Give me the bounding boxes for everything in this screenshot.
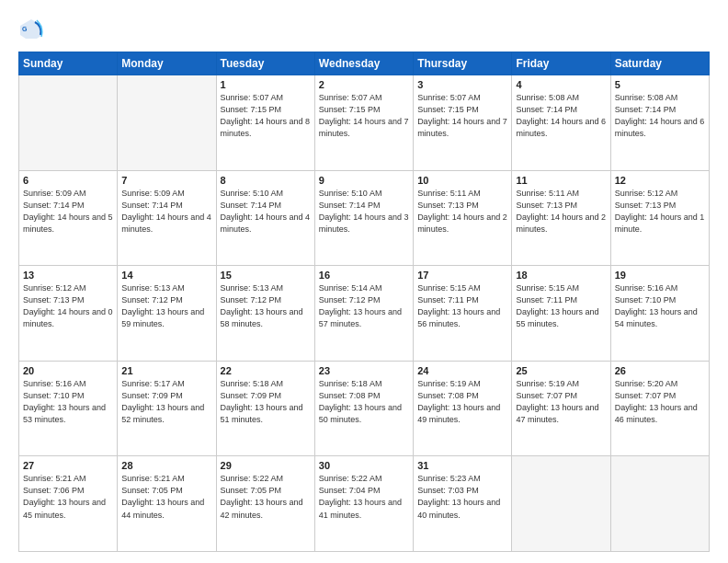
logo-icon: G [18,17,44,42]
calendar-cell: 4Sunrise: 5:08 AMSunset: 7:14 PMDaylight… [512,75,610,171]
day-number: 10 [417,175,507,186]
calendar-cell: 14Sunrise: 5:13 AMSunset: 7:12 PMDayligh… [118,266,216,362]
day-number: 3 [417,79,507,90]
day-number: 17 [417,270,507,281]
weekday-header: Wednesday [314,52,413,75]
day-info: Sunrise: 5:18 AMSunset: 7:09 PMDaylight:… [221,378,311,426]
day-number: 16 [319,270,409,281]
day-info: Sunrise: 5:11 AMSunset: 7:13 PMDaylight:… [417,188,507,236]
day-number: 20 [23,365,113,376]
calendar-cell: 25Sunrise: 5:19 AMSunset: 7:07 PMDayligh… [512,361,610,456]
weekday-header: Friday [512,52,610,75]
day-info: Sunrise: 5:09 AMSunset: 7:14 PMDaylight:… [121,188,211,236]
day-info: Sunrise: 5:15 AMSunset: 7:11 PMDaylight:… [417,282,507,330]
day-info: Sunrise: 5:12 AMSunset: 7:13 PMDaylight:… [615,188,705,236]
calendar-cell: 8Sunrise: 5:10 AMSunset: 7:14 PMDaylight… [216,170,314,266]
day-info: Sunrise: 5:16 AMSunset: 7:10 PMDaylight:… [615,282,705,330]
day-number: 2 [319,79,409,90]
day-info: Sunrise: 5:23 AMSunset: 7:03 PMDaylight:… [417,473,507,521]
weekday-header: Saturday [610,52,709,75]
calendar-cell: 18Sunrise: 5:15 AMSunset: 7:11 PMDayligh… [512,266,610,362]
day-info: Sunrise: 5:08 AMSunset: 7:14 PMDaylight:… [516,92,606,140]
day-info: Sunrise: 5:22 AMSunset: 7:05 PMDaylight:… [221,473,311,521]
calendar-cell: 21Sunrise: 5:17 AMSunset: 7:09 PMDayligh… [118,361,216,456]
day-number: 5 [615,79,705,90]
day-number: 7 [121,175,211,186]
calendar-cell: 11Sunrise: 5:11 AMSunset: 7:13 PMDayligh… [512,170,610,266]
day-info: Sunrise: 5:18 AMSunset: 7:08 PMDaylight:… [319,378,409,426]
day-info: Sunrise: 5:09 AMSunset: 7:14 PMDaylight:… [23,188,113,236]
calendar-cell: 3Sunrise: 5:07 AMSunset: 7:15 PMDaylight… [414,75,512,171]
day-info: Sunrise: 5:13 AMSunset: 7:12 PMDaylight:… [221,282,311,330]
weekday-header: Monday [118,52,216,75]
calendar-cell: 28Sunrise: 5:21 AMSunset: 7:05 PMDayligh… [118,456,216,552]
day-number: 4 [516,79,606,90]
day-info: Sunrise: 5:22 AMSunset: 7:04 PMDaylight:… [319,473,409,521]
calendar-cell: 31Sunrise: 5:23 AMSunset: 7:03 PMDayligh… [414,456,512,552]
calendar-cell: 19Sunrise: 5:16 AMSunset: 7:10 PMDayligh… [610,266,709,362]
day-info: Sunrise: 5:19 AMSunset: 7:07 PMDaylight:… [516,378,606,426]
day-info: Sunrise: 5:10 AMSunset: 7:14 PMDaylight:… [319,188,409,236]
day-number: 25 [516,365,606,376]
calendar-cell: 24Sunrise: 5:19 AMSunset: 7:08 PMDayligh… [414,361,512,456]
day-number: 31 [417,460,507,471]
weekday-header: Sunday [19,52,118,75]
calendar-cell: 13Sunrise: 5:12 AMSunset: 7:13 PMDayligh… [19,266,118,362]
day-info: Sunrise: 5:19 AMSunset: 7:08 PMDaylight:… [417,378,507,426]
day-info: Sunrise: 5:07 AMSunset: 7:15 PMDaylight:… [319,92,409,140]
day-info: Sunrise: 5:14 AMSunset: 7:12 PMDaylight:… [319,282,409,330]
day-number: 28 [121,460,211,471]
day-number: 9 [319,175,409,186]
day-info: Sunrise: 5:13 AMSunset: 7:12 PMDaylight:… [121,282,211,330]
calendar-cell: 9Sunrise: 5:10 AMSunset: 7:14 PMDaylight… [314,170,413,266]
day-number: 23 [319,365,409,376]
calendar-cell [19,75,118,171]
calendar-cell: 30Sunrise: 5:22 AMSunset: 7:04 PMDayligh… [314,456,413,552]
day-number: 24 [417,365,507,376]
day-info: Sunrise: 5:12 AMSunset: 7:13 PMDaylight:… [23,282,113,330]
day-number: 19 [615,270,705,281]
day-info: Sunrise: 5:07 AMSunset: 7:15 PMDaylight:… [417,92,507,140]
calendar-cell: 20Sunrise: 5:16 AMSunset: 7:10 PMDayligh… [19,361,118,456]
page: G SundayMondayTuesdayWednesdayThursdayFr… [0,0,728,563]
weekday-header: Tuesday [216,52,314,75]
calendar-cell: 22Sunrise: 5:18 AMSunset: 7:09 PMDayligh… [216,361,314,456]
calendar-cell: 12Sunrise: 5:12 AMSunset: 7:13 PMDayligh… [610,170,709,266]
calendar-cell [512,456,610,552]
calendar-cell: 1Sunrise: 5:07 AMSunset: 7:15 PMDaylight… [216,75,314,171]
day-info: Sunrise: 5:10 AMSunset: 7:14 PMDaylight:… [221,188,311,236]
calendar-cell: 17Sunrise: 5:15 AMSunset: 7:11 PMDayligh… [414,266,512,362]
day-number: 22 [221,365,311,376]
day-info: Sunrise: 5:16 AMSunset: 7:10 PMDaylight:… [23,378,113,426]
calendar-cell: 6Sunrise: 5:09 AMSunset: 7:14 PMDaylight… [19,170,118,266]
logo: G [18,17,48,42]
calendar-cell: 2Sunrise: 5:07 AMSunset: 7:15 PMDaylight… [314,75,413,171]
calendar-cell [118,75,216,171]
day-number: 15 [221,270,311,281]
calendar-cell: 29Sunrise: 5:22 AMSunset: 7:05 PMDayligh… [216,456,314,552]
day-number: 18 [516,270,606,281]
day-number: 29 [221,460,311,471]
day-number: 27 [23,460,113,471]
calendar-cell: 26Sunrise: 5:20 AMSunset: 7:07 PMDayligh… [610,361,709,456]
day-number: 30 [319,460,409,471]
header: G [18,17,710,42]
svg-text:G: G [22,26,28,32]
calendar-cell: 10Sunrise: 5:11 AMSunset: 7:13 PMDayligh… [414,170,512,266]
day-number: 21 [121,365,211,376]
calendar-cell: 15Sunrise: 5:13 AMSunset: 7:12 PMDayligh… [216,266,314,362]
calendar-cell: 27Sunrise: 5:21 AMSunset: 7:06 PMDayligh… [19,456,118,552]
day-info: Sunrise: 5:11 AMSunset: 7:13 PMDaylight:… [516,188,606,236]
calendar-table: SundayMondayTuesdayWednesdayThursdayFrid… [18,52,710,552]
day-number: 1 [221,79,311,90]
day-info: Sunrise: 5:07 AMSunset: 7:15 PMDaylight:… [221,92,311,140]
day-number: 26 [615,365,705,376]
calendar-cell [610,456,709,552]
weekday-header: Thursday [414,52,512,75]
day-number: 12 [615,175,705,186]
day-info: Sunrise: 5:08 AMSunset: 7:14 PMDaylight:… [615,92,705,140]
day-info: Sunrise: 5:21 AMSunset: 7:05 PMDaylight:… [121,473,211,521]
day-info: Sunrise: 5:15 AMSunset: 7:11 PMDaylight:… [516,282,606,330]
day-number: 11 [516,175,606,186]
day-info: Sunrise: 5:20 AMSunset: 7:07 PMDaylight:… [615,378,705,426]
